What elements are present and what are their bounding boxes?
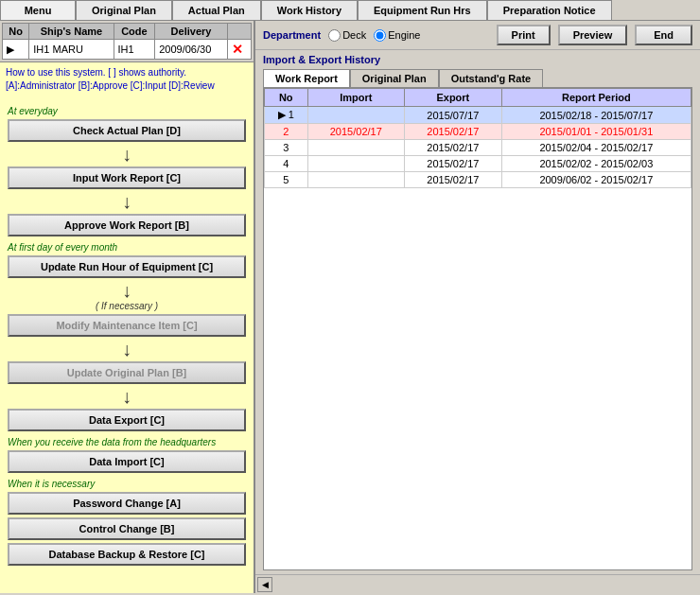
main-container: No Ship's Name Code Delivery ▶ IH1 MARU … <box>0 21 700 593</box>
top-nav: Menu Original Plan Actual Plan Work Hist… <box>0 0 700 21</box>
data-import-btn[interactable]: Data Import [C] <box>8 450 246 473</box>
everyday-label: At everyday <box>8 106 246 116</box>
engine-radio[interactable]: Engine <box>374 29 420 42</box>
table-row[interactable]: 3 2015/02/17 2015/02/04 - 2015/02/17 <box>265 140 691 156</box>
tab-work-history[interactable]: Work History <box>261 0 358 20</box>
tab-equipment-run-hrs[interactable]: Equipment Run Hrs <box>358 0 487 20</box>
table-row[interactable]: 4 2015/02/17 2015/02/02 - 2015/02/03 <box>265 156 691 172</box>
end-btn[interactable]: End <box>635 25 692 45</box>
cell-import <box>307 107 405 124</box>
deck-label: Deck <box>342 29 366 41</box>
sub-tabs: Work Report Original Plan Outstand'g Rat… <box>263 69 692 87</box>
subtab-outstanding-rate[interactable]: Outstand'g Rate <box>439 69 544 87</box>
cell-period: 2015/01/01 - 2015/01/31 <box>501 124 691 140</box>
subtab-work-report[interactable]: Work Report <box>263 69 350 87</box>
help-text: How to use this system. [ ] shows author… <box>0 62 254 96</box>
right-panel: Department Deck Engine Print Preview End… <box>255 21 700 593</box>
when-necessary-label: When it is necessary <box>8 479 246 489</box>
data-export-btn[interactable]: Data Export [C] <box>8 409 246 431</box>
ship-row: No Ship's Name Code Delivery ▶ IH1 MARU … <box>0 21 254 62</box>
radio-group: Deck Engine <box>328 29 420 42</box>
help-line2: [A]:Administrator [B]:Approve [C]:Input … <box>6 80 215 91</box>
arrow-1: ↓ <box>8 145 246 164</box>
cell-period: 2015/02/02 - 2015/02/03 <box>501 156 691 172</box>
scroll-left-btn[interactable]: ◀ <box>257 577 272 592</box>
history-section: Import & Export History Work Report Orig… <box>255 50 700 574</box>
cell-export: 2015/02/17 <box>405 124 502 140</box>
ship-table: No Ship's Name Code Delivery ▶ IH1 MARU … <box>2 23 252 60</box>
cell-export: 2015/02/17 <box>405 172 502 188</box>
col-action <box>227 24 251 40</box>
if-necessary-label: ( If necessary ) <box>8 301 246 311</box>
table-row[interactable]: ▶ 1 2015/07/17 2015/02/18 - 2015/07/17 <box>265 107 691 124</box>
table-row[interactable]: 2 2015/02/17 2015/02/17 2015/01/01 - 201… <box>265 124 691 140</box>
hq-label: When you receive the data from the headq… <box>8 437 246 447</box>
th-export: Export <box>405 89 502 107</box>
deck-radio[interactable]: Deck <box>328 29 366 42</box>
arrow-3: ↓ <box>8 281 246 300</box>
arrow-2: ↓ <box>8 192 246 211</box>
arrow-5: ↓ <box>8 387 246 406</box>
history-table-wrap: No Import Export Report Period ▶ 1 2015/… <box>263 87 692 570</box>
history-title: Import & Export History <box>263 54 692 65</box>
row-arrow-cell: ▶ 1 <box>265 107 308 124</box>
modify-maintenance-btn[interactable]: Modify Maintenance Item [C] <box>8 314 246 337</box>
left-panel: No Ship's Name Code Delivery ▶ IH1 MARU … <box>0 21 255 593</box>
ship-delivery-cell: 2009/06/30 <box>155 40 228 60</box>
engine-radio-input[interactable] <box>374 29 386 42</box>
th-import: Import <box>307 89 405 107</box>
col-no: No <box>3 24 29 40</box>
cell-export: 2015/02/17 <box>405 156 502 172</box>
table-row[interactable]: 5 2015/02/17 2009/06/02 - 2015/02/17 <box>265 172 691 188</box>
th-period: Report Period <box>501 89 691 107</box>
arrow-4: ↓ <box>8 340 246 359</box>
print-btn[interactable]: Print <box>497 25 551 45</box>
cell-period: 2015/02/18 - 2015/07/17 <box>501 107 691 124</box>
delete-btn[interactable]: ✕ <box>227 40 251 60</box>
cell-import <box>307 140 405 156</box>
preview-btn[interactable]: Preview <box>558 25 628 45</box>
update-run-hour-btn[interactable]: Update Run Hour of Equipment [C] <box>8 255 246 278</box>
row-arrow-cell: 4 <box>265 156 308 172</box>
subtab-original-plan[interactable]: Original Plan <box>350 69 439 87</box>
history-table: No Import Export Report Period ▶ 1 2015/… <box>264 88 691 188</box>
tab-actual-plan[interactable]: Actual Plan <box>172 0 261 20</box>
tab-original-plan[interactable]: Original Plan <box>76 0 172 20</box>
update-original-plan-btn[interactable]: Update Original Plan [B] <box>8 361 246 384</box>
input-work-report-btn[interactable]: Input Work Report [C] <box>8 166 246 189</box>
cell-period: 2009/06/02 - 2015/02/17 <box>501 172 691 188</box>
row-arrow: ▶ <box>3 40 29 60</box>
cell-export: 2015/07/17 <box>405 107 502 124</box>
cell-export: 2015/02/17 <box>405 140 502 156</box>
database-backup-btn[interactable]: Database Backup & Restore [C] <box>8 543 246 566</box>
cell-import <box>307 156 405 172</box>
cell-period: 2015/02/04 - 2015/02/17 <box>501 140 691 156</box>
check-actual-plan-btn[interactable]: Check Actual Plan [D] <box>8 119 246 142</box>
password-change-btn[interactable]: Password Change [A] <box>8 492 246 515</box>
tab-menu[interactable]: Menu <box>0 0 76 20</box>
col-code: Code <box>114 24 155 40</box>
dept-label: Department <box>263 29 321 41</box>
row-arrow-cell: 3 <box>265 140 308 156</box>
approve-work-report-btn[interactable]: Approve Work Report [B] <box>8 214 246 236</box>
bottom-scroll: ◀ <box>255 574 700 593</box>
first-day-label: At first day of every month <box>8 242 246 253</box>
col-delivery: Delivery <box>155 24 228 40</box>
help-line1: How to use this system. [ ] shows author… <box>6 67 186 78</box>
th-no: No <box>265 89 308 107</box>
row-arrow-cell: 5 <box>265 172 308 188</box>
row-arrow-cell: 2 <box>265 124 308 140</box>
dept-section: Department Deck Engine Print Preview End <box>255 21 700 50</box>
workflow: At everyday Check Actual Plan [D] ↓ Inpu… <box>0 96 254 593</box>
cell-import: 2015/02/17 <box>307 124 405 140</box>
control-change-btn[interactable]: Control Change [B] <box>8 517 246 540</box>
ship-name-cell[interactable]: IH1 MARU <box>29 40 114 60</box>
cell-import <box>307 172 405 188</box>
engine-label: Engine <box>388 29 420 41</box>
ship-code-cell: IH1 <box>114 40 155 60</box>
deck-radio-input[interactable] <box>328 29 341 42</box>
tab-preparation-notice[interactable]: Preparation Notice <box>487 0 612 20</box>
col-name: Ship's Name <box>29 24 114 40</box>
